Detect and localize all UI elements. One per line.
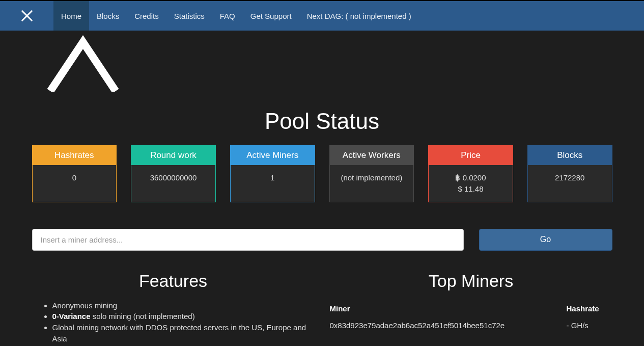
stat-hashrates-label: Hashrates (33, 146, 117, 165)
stat-workers-value: (not implemented) (330, 165, 414, 191)
nav-logo[interactable] (0, 1, 53, 31)
table-header: Miner Hashrate (330, 300, 612, 317)
stat-hashrates: Hashrates 0 (32, 145, 117, 202)
stat-price-value: ฿ 0.0200 $ 11.48 (429, 165, 513, 202)
feature-item: 0-Variance solo mining (not implemented) (52, 311, 315, 322)
col-miner: Miner (330, 304, 567, 313)
go-button[interactable]: Go (479, 229, 612, 251)
col-hashrate: Hashrate (567, 304, 612, 313)
table-row: 0x83d923e79adae2ab6ac52a451ef5014bee51c7… (330, 317, 612, 334)
stat-blocks-value: 2172280 (528, 165, 612, 191)
miner-address-input[interactable] (32, 229, 464, 251)
stat-miners: Active Miners 1 (230, 145, 315, 202)
nav-next-dag[interactable]: Next DAG: ( not implemented ) (299, 1, 419, 31)
search-row: Go (32, 229, 612, 251)
bitcoin-icon: ฿ (455, 173, 460, 182)
stats-row: Hashrates 0 Round work 36000000000 Activ… (32, 145, 612, 202)
stat-blocks-label: Blocks (528, 146, 612, 165)
feature-item: Unique payout scheme (not implemented) (52, 344, 315, 347)
stat-miners-value: 1 (231, 165, 315, 191)
dollar-icon: $ (458, 184, 462, 193)
miner-address: 0x83d923e79adae2ab6ac52a451ef5014bee51c7… (330, 321, 567, 330)
stat-roundwork: Round work 36000000000 (131, 145, 216, 202)
topminers-title: Top Miners (330, 271, 612, 291)
nav-support[interactable]: Get Support (243, 1, 299, 31)
nav-blocks[interactable]: Blocks (89, 1, 127, 31)
stat-hashrates-value: 0 (33, 165, 117, 191)
hero-logo (32, 31, 612, 103)
features-list: Anonymous mining 0-Variance solo mining … (32, 300, 315, 347)
nav-faq[interactable]: FAQ (212, 1, 243, 31)
topminers-column: Top Miners Miner Hashrate 0x83d923e79ada… (330, 271, 612, 347)
miner-hashrate: - GH/s (567, 321, 612, 330)
price-usd: 11.48 (464, 184, 484, 193)
feature-item: Anonymous mining (52, 300, 315, 311)
stat-blocks: Blocks 2172280 (527, 145, 612, 202)
navbar: Home Blocks Credits Statistics FAQ Get S… (0, 0, 644, 31)
nav-home[interactable]: Home (53, 1, 89, 31)
pickaxe-large-icon (42, 31, 124, 92)
pickaxe-icon (20, 9, 34, 23)
stat-workers: Active Workers (not implemented) (329, 145, 414, 202)
price-btc: 0.0200 (463, 173, 486, 182)
stat-price-label: Price (429, 146, 513, 165)
nav-credits[interactable]: Credits (127, 1, 166, 31)
stat-roundwork-label: Round work (131, 146, 215, 165)
stat-roundwork-value: 36000000000 (131, 165, 215, 191)
stat-workers-label: Active Workers (330, 146, 414, 165)
feature-text: solo mining (not implemented) (91, 312, 195, 321)
feature-bold: 0-Variance (52, 312, 91, 321)
nav-statistics[interactable]: Statistics (166, 1, 212, 31)
features-column: Features Anonymous mining 0-Variance sol… (32, 271, 315, 347)
stat-miners-label: Active Miners (231, 146, 315, 165)
topminers-table: Miner Hashrate 0x83d923e79adae2ab6ac52a4… (330, 300, 612, 334)
feature-item: Global mining network with DDOS protecte… (52, 322, 315, 344)
page-title: Pool Status (32, 109, 612, 134)
features-title: Features (32, 271, 315, 291)
stat-price: Price ฿ 0.0200 $ 11.48 (428, 145, 513, 202)
